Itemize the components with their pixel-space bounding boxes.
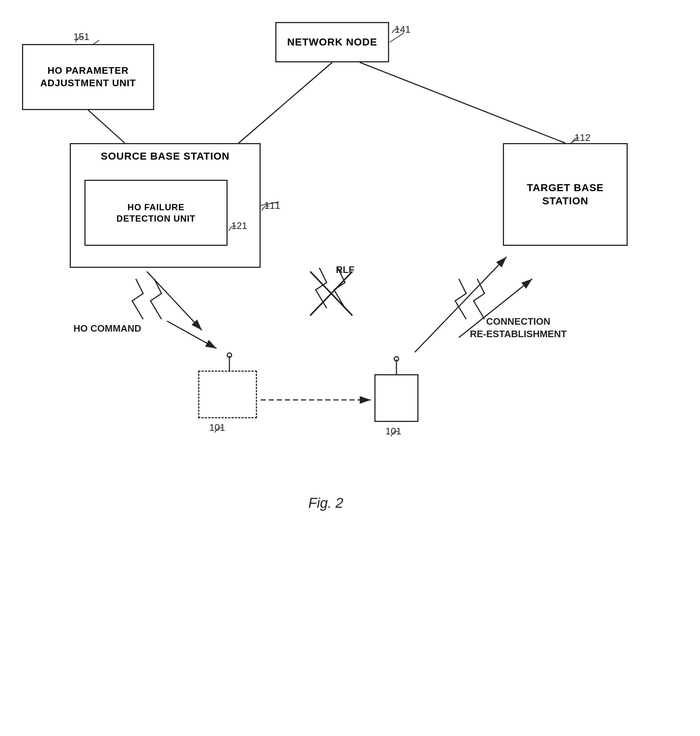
- ho-param-unit-box: HO PARAMETERADJUSTMENT UNIT: [22, 44, 154, 110]
- ref-101-right-curve: [389, 428, 400, 437]
- target-base-station-box: TARGET BASESTATION: [503, 143, 628, 246]
- diagram-svg: [0, 0, 700, 736]
- ho-failure-detection-box: HO FAILUREDETECTION UNIT: [84, 180, 228, 246]
- ref-141-curve: [390, 26, 401, 34]
- ref-111-curve: [260, 203, 271, 212]
- ref-121-curve: [227, 223, 238, 232]
- ue-right-antenna: [387, 356, 406, 378]
- ref-101-left-curve: [213, 425, 224, 434]
- ref-151-curve: [74, 34, 84, 43]
- ue-right-box: [374, 374, 418, 422]
- network-node-box: NETWORK NODE: [275, 22, 389, 62]
- svg-line-2: [88, 110, 125, 143]
- diagram-container: NETWORK NODE 141 HO PARAMETERADJUSTMENT …: [0, 0, 700, 736]
- rlf-label: RLF: [336, 264, 354, 276]
- svg-line-14: [167, 321, 216, 348]
- svg-line-1: [360, 62, 565, 143]
- ref-112-curve: [570, 135, 581, 144]
- svg-line-0: [238, 62, 332, 143]
- connection-reestablishment-label: CONNECTIONRE-ESTABLISHMENT: [470, 316, 567, 341]
- ho-command-label: HO COMMAND: [74, 323, 141, 334]
- figure-label: Fig. 2: [308, 495, 343, 511]
- ue-left-box: [198, 370, 257, 418]
- ue-left-antenna: [220, 352, 238, 374]
